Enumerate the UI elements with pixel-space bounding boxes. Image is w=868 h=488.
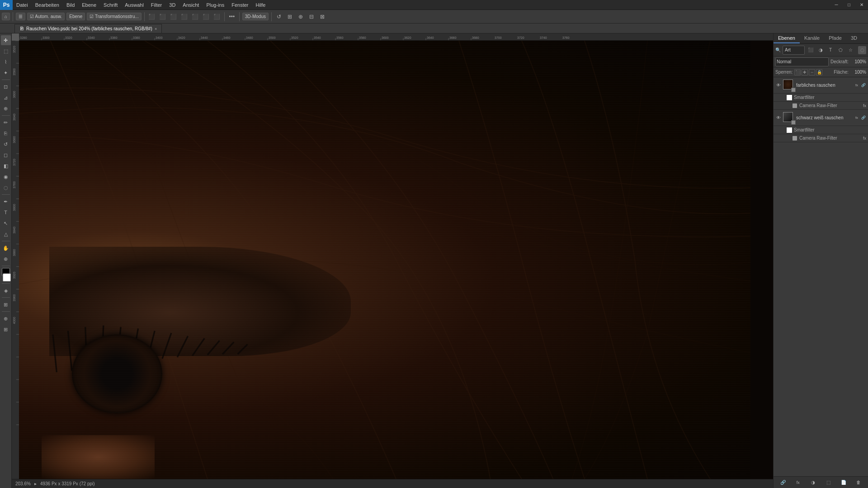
magic-wand-tool[interactable]: ✦ <box>1 68 11 78</box>
grid-icon[interactable]: ⊟ <box>307 12 316 21</box>
smart-filter-btn[interactable]: ☆ <box>846 46 854 54</box>
shape-filter-btn[interactable]: ⬠ <box>836 46 844 54</box>
layer-visibility-1[interactable]: 👁 <box>775 82 782 89</box>
new-layer-btn[interactable]: 📄 <box>840 479 848 487</box>
filter-type-select[interactable]: Art <box>783 46 805 55</box>
adjust-filter-btn[interactable]: ◑ <box>816 46 825 54</box>
cameraraw-fx-1: fx <box>863 103 866 108</box>
eraser-tool[interactable]: ◻ <box>1 150 11 160</box>
align-bottom-icon[interactable]: ⬛ <box>202 12 211 21</box>
menu-datei[interactable]: Datei <box>13 0 32 10</box>
menu-plugins[interactable]: Plug-ins <box>203 0 228 10</box>
autoselect-checkbox[interactable]: ☑ Autom. ausw. <box>27 13 65 20</box>
align-center-h-icon[interactable]: ⬛ <box>158 12 167 21</box>
tool-options-select[interactable]: ☰ <box>16 13 25 20</box>
document-tab[interactable]: 🖹 Rauschen Video.psdc bei 204% (farblich… <box>14 24 162 33</box>
clone-tool[interactable]: ⎘ <box>1 128 11 138</box>
lock-all-btn[interactable]: 🔒 <box>816 69 822 75</box>
menu-ansicht[interactable]: Ansicht <box>179 0 203 10</box>
separator-5 <box>271 12 272 21</box>
align-center-v-icon[interactable]: ⬛ <box>191 12 200 21</box>
menu-filter[interactable]: Filter <box>147 0 165 10</box>
eyedropper-tool[interactable]: ⊿ <box>1 93 11 103</box>
dodge-tool[interactable]: ◌ <box>1 183 11 192</box>
blend-mode-select[interactable]: Normal <box>775 57 829 66</box>
tab-close-btn[interactable]: × <box>155 27 157 31</box>
menu-bild[interactable]: Bild <box>63 0 78 10</box>
layer-mask-footer-btn[interactable]: ◑ <box>809 479 817 487</box>
svg-line-80 <box>68 331 71 371</box>
cameraraw-row-1[interactable]: Camera Raw-Filter fx <box>774 102 868 110</box>
align-top-icon[interactable]: ⬛ <box>180 12 189 21</box>
extra-tools-2[interactable]: ⊞ <box>1 324 11 334</box>
align-left-icon[interactable]: ⬛ <box>147 12 156 21</box>
crop-tool[interactable]: ⊡ <box>1 82 11 92</box>
screen-mode-tool[interactable]: ⊞ <box>1 300 11 310</box>
menu-3d[interactable]: 3D <box>165 0 179 10</box>
snap-icon[interactable]: ⊞ <box>285 12 294 21</box>
extra-tools-1[interactable]: ⊕ <box>1 314 11 324</box>
healing-tool[interactable]: ⊕ <box>1 103 11 113</box>
menu-hilfe[interactable]: Hilfe <box>252 0 269 10</box>
home-button[interactable]: ⌂ <box>2 13 10 20</box>
layer-group-footer-btn[interactable]: ⬚ <box>824 479 832 487</box>
distribute-icon[interactable]: ⬛ <box>212 12 222 21</box>
text-tool[interactable]: T <box>1 207 11 217</box>
background-color[interactable] <box>3 273 11 282</box>
toggle-filter-btn[interactable]: ◌ <box>858 46 866 54</box>
selection-tool[interactable]: ⬚ <box>1 46 11 56</box>
tab-3d[interactable]: 3D <box>846 33 862 43</box>
transform-toggle[interactable]: ☑ Transformationsstru... <box>87 13 142 20</box>
delete-layer-btn[interactable]: 🗑 <box>854 479 863 487</box>
canvas-image[interactable] <box>19 41 773 479</box>
lock-position-btn[interactable]: ↔ <box>809 69 815 75</box>
menu-bearbeiten[interactable]: Bearbeiten <box>32 0 63 10</box>
hand-tool[interactable]: ✋ <box>1 243 11 253</box>
lock-image-btn[interactable]: ✚ <box>802 69 808 75</box>
menu-auswahl[interactable]: Auswahl <box>121 0 147 10</box>
layer-fx-2[interactable]: fx <box>854 115 859 121</box>
type-filter-btn[interactable]: T <box>826 46 835 54</box>
brush-tool[interactable]: ✏ <box>1 117 11 127</box>
path-selection-tool[interactable]: ↖ <box>1 218 11 228</box>
minimize-button[interactable]: ─ <box>830 0 843 10</box>
layer-link-footer-btn[interactable]: 🔗 <box>779 479 787 487</box>
shape-tool[interactable]: △ <box>1 229 11 239</box>
extras-icon[interactable]: ⊠ <box>318 12 327 21</box>
align-right-icon[interactable]: ⬛ <box>169 12 178 21</box>
options-bar: ⌂ ☰ ☑ Autom. ausw. Ebene ☑ Transformatio… <box>0 10 868 23</box>
smartfilter-row-1[interactable]: Smartfilter <box>774 94 868 102</box>
pixel-filter-btn[interactable]: ⬛ <box>807 46 815 54</box>
pen-tool[interactable]: ✒ <box>1 197 11 206</box>
move-tool[interactable]: ✛ <box>1 35 11 45</box>
cameraraw-row-2[interactable]: Camera Raw-Filter fx <box>774 134 868 142</box>
smartfilter-row-2[interactable]: Smartfilter <box>774 126 868 134</box>
quick-mask-tool[interactable]: ◈ <box>1 286 11 296</box>
menu-schrift[interactable]: Schrift <box>100 0 121 10</box>
rotate-icon[interactable]: ↺ <box>274 12 283 21</box>
history-brush-tool[interactable]: ↺ <box>1 139 11 149</box>
measure-icon[interactable]: ⊕ <box>296 12 305 21</box>
menu-fenster[interactable]: Fenster <box>228 0 252 10</box>
layer-fx-1[interactable]: fx <box>854 83 859 88</box>
layer-item-schwarz[interactable]: 👁 schwarz weiß rauschen fx 🔗 <box>774 110 868 126</box>
svg-text:3520: 3520 <box>13 46 16 53</box>
3d-mode-btn[interactable]: 3D-Modus <box>242 13 269 20</box>
layer-visibility-2[interactable]: 👁 <box>775 115 782 121</box>
blur-tool[interactable]: ◉ <box>1 172 11 182</box>
layer-item-farbliches[interactable]: 👁 farbliches rauschen fx 🔗 <box>774 77 868 94</box>
tab-pfade[interactable]: Pfade <box>824 33 846 43</box>
zoom-tool[interactable]: ⊕ <box>1 254 11 264</box>
tab-kanale[interactable]: Kanäle <box>800 33 824 43</box>
lock-pixels-btn[interactable]: ⬛ <box>794 69 801 75</box>
tab-ebenen[interactable]: Ebenen <box>774 33 800 43</box>
layer-type-select[interactable]: Ebene <box>66 13 85 20</box>
layer-fx-footer-btn[interactable]: fx <box>794 479 802 487</box>
more-options-icon[interactable]: ••• <box>227 12 236 21</box>
gradient-tool[interactable]: ◧ <box>1 161 11 171</box>
close-button[interactable]: ✕ <box>855 0 868 10</box>
lasso-tool[interactable]: ⌇ <box>1 57 11 67</box>
layer-link-1: 🔗 <box>861 83 866 88</box>
menu-ebene[interactable]: Ebene <box>78 0 100 10</box>
restore-button[interactable]: □ <box>843 0 855 10</box>
